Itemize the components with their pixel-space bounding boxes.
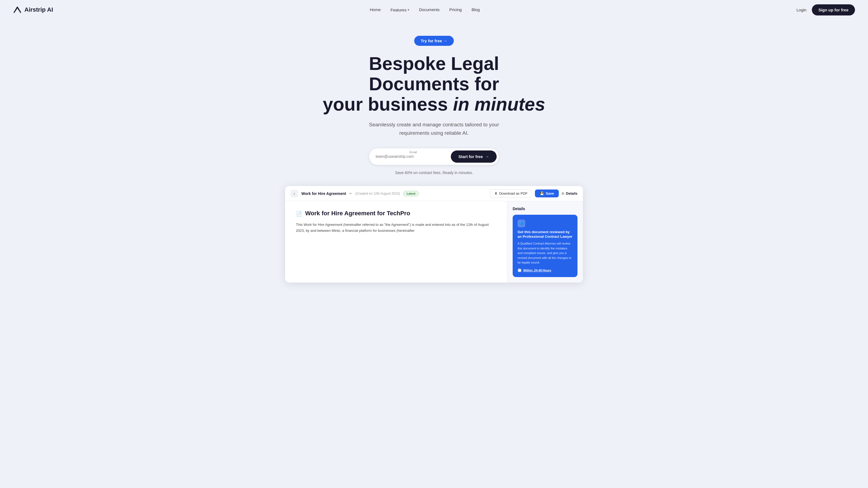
demo-toolbar: ‹ Work for Hire Agreement ✏ (Created on … <box>285 186 583 201</box>
contract-icon: 🔷 <box>519 221 524 226</box>
logo-text: Airstrip AI <box>24 6 53 13</box>
email-input[interactable] <box>376 154 451 159</box>
signup-button[interactable]: Sign up for free <box>812 4 855 15</box>
document-title: Work for Hire Agreement <box>301 191 346 196</box>
doc-main-title: Work for Hire Agreement for TechPro <box>305 210 410 217</box>
sidebar-title: Details <box>513 206 578 211</box>
details-dot-icon <box>561 192 564 195</box>
try-for-free-badge[interactable]: Try for free → <box>414 36 454 46</box>
latest-badge: Latest <box>403 191 419 196</box>
nav-item-home[interactable]: Home <box>370 7 381 12</box>
start-for-free-button[interactable]: Start for free → <box>451 151 497 163</box>
nav-item-pricing[interactable]: Pricing <box>450 7 462 12</box>
arrow-right-icon: → <box>485 154 489 159</box>
nav-item-documents[interactable]: Documents <box>419 7 440 12</box>
download-icon: ⬇ <box>495 191 497 195</box>
edit-icon[interactable]: ✏ <box>349 192 352 195</box>
demo-document: 📄 Work for Hire Agreement for TechPro Th… <box>285 201 507 283</box>
chevron-down-icon: ▾ <box>408 8 409 12</box>
doc-header: 📄 Work for Hire Agreement for TechPro <box>296 210 496 217</box>
navbar: Airstrip AI Home Features ▾ Documents Pr… <box>0 0 868 20</box>
demo-body: 📄 Work for Hire Agreement for TechPro Th… <box>285 201 583 283</box>
nav-actions: Login Sign up for free <box>796 4 855 15</box>
email-form: Email Start for free → <box>369 148 499 165</box>
demo-card: ‹ Work for Hire Agreement ✏ (Created on … <box>285 186 583 283</box>
save-document-button[interactable]: 💾 Save <box>535 190 559 197</box>
save-icon: 💾 <box>540 191 544 195</box>
clock-icon: 🕐 <box>518 268 522 272</box>
review-card-title: Get this document reviewed by an Profess… <box>518 230 572 239</box>
hero-title: Bespoke Legal Documents for your busines… <box>323 54 545 114</box>
back-button[interactable]: ‹ <box>290 190 298 197</box>
email-form-inner: Email <box>376 151 451 163</box>
document-icon: 📄 <box>296 211 302 217</box>
demo-wrapper: ‹ Work for Hire Agreement ✏ (Created on … <box>0 186 868 283</box>
nav-logo[interactable]: Airstrip AI <box>13 5 53 14</box>
review-card: 🔷 Get this document reviewed by an Profe… <box>513 215 578 277</box>
nav-item-features[interactable]: Features ▾ <box>391 8 409 12</box>
hero-section: Try for free → Bespoke Legal Documents f… <box>0 20 868 186</box>
review-card-desc: A Qualified Contract Attorney will revie… <box>518 241 572 265</box>
nav-links: Home Features ▾ Documents Pricing Blog <box>370 7 480 12</box>
nav-item-blog[interactable]: Blog <box>471 7 479 12</box>
details-button[interactable]: Details <box>561 191 578 195</box>
demo-sidebar: Details 🔷 Get this document reviewed by … <box>507 201 583 283</box>
doc-body-text: This Work for Hire Agreement (hereinafte… <box>296 222 496 234</box>
email-label: Email <box>376 151 451 154</box>
login-button[interactable]: Login <box>796 8 806 12</box>
created-date: (Created on 12th August 2023) <box>355 192 400 195</box>
review-card-icon: 🔷 <box>518 220 525 227</box>
chevron-left-icon: ‹ <box>294 191 295 196</box>
toolbar-right: ⬇ Download as PDF 💾 Save Details <box>490 189 578 198</box>
save-text: Save 60% on contract fees. Ready in minu… <box>395 170 473 175</box>
download-pdf-button[interactable]: ⬇ Download as PDF <box>490 189 532 198</box>
logo-icon <box>13 5 22 14</box>
review-card-time[interactable]: 🕐 Within: 24-48 Hours <box>518 268 572 272</box>
hero-subtitle: Seamlessly create and manage contracts t… <box>361 121 507 137</box>
toolbar-left: ‹ Work for Hire Agreement ✏ (Created on … <box>290 190 419 197</box>
